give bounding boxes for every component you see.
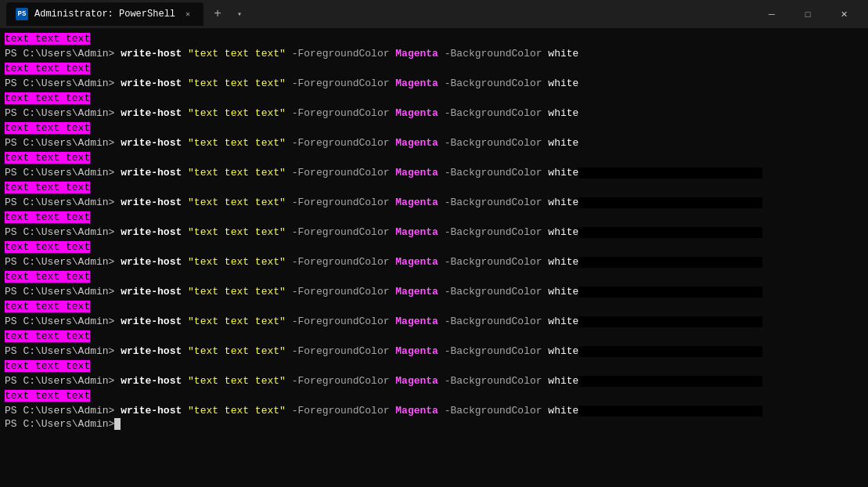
- output-line: text text text: [5, 150, 863, 165]
- cursor-line: PS C:\Users\Admin>: [5, 418, 863, 430]
- titlebar: PS Administrator: PowerShell ✕ + ▾ ─ □ ✕: [0, 0, 868, 28]
- tab-dropdown-button[interactable]: ▾: [232, 6, 247, 22]
- window-controls: ─ □ ✕: [754, 0, 862, 28]
- black-block: [578, 197, 762, 208]
- command-line: PS C:\Users\Admin> write-host "text text…: [5, 106, 863, 121]
- minimize-button[interactable]: ─: [754, 0, 790, 28]
- output-line: text text text: [5, 210, 863, 225]
- command-line: PS C:\Users\Admin> write-host "text text…: [5, 314, 863, 329]
- output-line: text text text: [5, 31, 863, 46]
- black-block: [578, 257, 762, 268]
- command-line: PS C:\Users\Admin> write-host "text text…: [5, 225, 863, 240]
- output-line: text text text: [5, 388, 863, 403]
- command-line: PS C:\Users\Admin> write-host "text text…: [5, 46, 863, 61]
- output-line: text text text: [5, 329, 863, 344]
- new-tab-button[interactable]: +: [207, 3, 229, 25]
- terminal-cursor: [114, 418, 121, 430]
- command-line: PS C:\Users\Admin> write-host "text text…: [5, 284, 863, 299]
- output-line: text text text: [5, 180, 863, 195]
- output-line: text text text: [5, 299, 863, 314]
- command-line: PS C:\Users\Admin> write-host "text text…: [5, 76, 863, 91]
- titlebar-left: PS Administrator: PowerShell ✕ + ▾: [6, 2, 751, 26]
- black-block: [578, 376, 762, 387]
- black-block: [578, 227, 762, 238]
- black-block: [578, 346, 762, 357]
- command-line: PS C:\Users\Admin> write-host "text text…: [5, 165, 863, 180]
- maximize-button[interactable]: □: [790, 0, 826, 28]
- tab-label: Administrator: PowerShell: [34, 9, 175, 20]
- tab-icon: PS: [16, 8, 28, 20]
- command-line: PS C:\Users\Admin> write-host "text text…: [5, 135, 863, 150]
- command-line: PS C:\Users\Admin> write-host "text text…: [5, 254, 863, 269]
- command-line: PS C:\Users\Admin> write-host "text text…: [5, 195, 863, 210]
- command-line: PS C:\Users\Admin> write-host "text text…: [5, 403, 863, 418]
- terminal-body[interactable]: text text text PS C:\Users\Admin> write-…: [0, 28, 868, 487]
- command-line: PS C:\Users\Admin> write-host "text text…: [5, 344, 863, 359]
- black-block: [578, 406, 762, 417]
- output-line: text text text: [5, 121, 863, 135]
- black-block: [578, 316, 762, 327]
- close-button[interactable]: ✕: [826, 0, 862, 28]
- black-block: [578, 287, 762, 298]
- output-line: text text text: [5, 359, 863, 373]
- output-line: text text text: [5, 61, 863, 76]
- output-line: text text text: [5, 240, 863, 254]
- tab-powershell[interactable]: PS Administrator: PowerShell ✕: [6, 2, 203, 26]
- prompt: PS C:\Users\Admin>: [5, 418, 114, 430]
- output-line: text text text: [5, 91, 863, 106]
- tab-close-button[interactable]: ✕: [182, 8, 194, 20]
- command-line: PS C:\Users\Admin> write-host "text text…: [5, 373, 863, 388]
- black-block: [578, 168, 762, 179]
- output-line: text text text: [5, 269, 863, 284]
